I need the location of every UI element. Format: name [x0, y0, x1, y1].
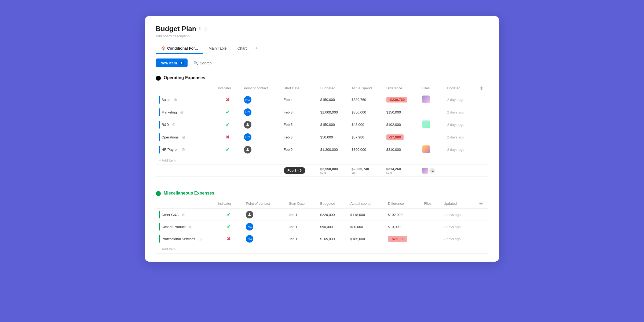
new-item-dropdown-arrow[interactable]: ▾ [179, 61, 184, 65]
table-row: Marketing ⊕ ✔ HC Feb 3 $1,000,000 $850,0… [156, 106, 488, 118]
avatar [246, 211, 253, 218]
file-thumb[interactable] [422, 120, 430, 128]
star-icon[interactable]: ☆ [203, 26, 208, 32]
row-bar [159, 133, 160, 141]
contact-cell: HC [241, 106, 280, 118]
file-thumb[interactable] [422, 145, 430, 153]
add-row-icon[interactable]: ⊕ [174, 97, 177, 102]
add-column-icon[interactable]: ⊕ [480, 85, 484, 91]
indicator-cell: ✔ [215, 221, 243, 233]
add-row-icon[interactable]: ⊕ [180, 110, 184, 115]
tab-main-table[interactable]: Main Table [203, 43, 232, 54]
svg-point-1 [247, 148, 248, 150]
indicator-cell: ✔ [215, 143, 241, 156]
add-row-icon[interactable]: ⊕ [198, 236, 202, 241]
files-cell [419, 131, 444, 143]
tab-main-table-label: Main Table [208, 46, 226, 50]
indicator-check: ✔ [226, 122, 230, 127]
avatar: HC [246, 235, 253, 243]
row-bar [159, 211, 160, 218]
misc-table-wrapper: Indicator Point of contact Start Date Bu… [156, 198, 488, 254]
add-item-row[interactable]: + Add Item [156, 245, 488, 254]
updated-cell: 2 days ago [444, 118, 475, 131]
row-name: HR/Payroll [162, 148, 178, 152]
budgeted-cell: $1,000,000 [317, 106, 348, 118]
add-item-label[interactable]: + Add Item [156, 156, 488, 165]
row-name: Cost of Product [162, 225, 186, 229]
tab-conditional[interactable]: 🏠 Conditional For... [156, 43, 203, 54]
add-item-label[interactable]: + Add Item [156, 245, 488, 254]
budgeted-cell: $165,000 [317, 233, 347, 245]
col-date-misc: Start Date [286, 198, 317, 209]
row-name-cell: Other G&A ⊕ [156, 209, 215, 221]
row-bar [159, 108, 160, 116]
budgeted-cell: $1,200,000 [317, 143, 348, 156]
row-bar [159, 121, 160, 129]
indicator-check: ✔ [227, 224, 231, 229]
section-header-operating: ⬤ Operating Expenses [156, 72, 488, 83]
col-add-misc[interactable]: ⊕ [474, 198, 488, 209]
col-files-op: Files [419, 83, 444, 93]
table-row: HR/Payroll ⊕ ✔ Feb 9 $1,200,000 $890,000… [156, 143, 488, 156]
actual-cell: $48,000 [348, 118, 383, 131]
files-cell [421, 209, 440, 221]
board-title: Budget Plan [156, 25, 196, 33]
search-button[interactable]: 🔍 Search [191, 59, 214, 67]
separator-1 [156, 185, 488, 185]
tab-conditional-label: Conditional For... [167, 46, 198, 50]
app-window: Budget Plan ℹ ☆ Add board description 🏠 … [145, 16, 499, 262]
tabs-bar: 🏠 Conditional For... Main Table Chart + [156, 43, 488, 54]
updated-cell: 2 days ago [444, 93, 475, 106]
add-row-icon[interactable]: ⊕ [181, 147, 185, 152]
tab-add-button[interactable]: + [252, 43, 261, 54]
avatar [244, 121, 251, 129]
add-item-row[interactable]: + Add Item [156, 156, 488, 165]
row-add-col [474, 221, 488, 233]
col-indicator-op: Indicator [215, 83, 241, 93]
sum-diff: $314,260sum [383, 165, 419, 177]
diff-cell: $102,000 [383, 118, 419, 131]
file-thumb[interactable] [422, 96, 430, 103]
avatar: HC [244, 133, 251, 141]
date-cell: Jan 1 [286, 221, 317, 233]
date-cell: Feb 3 [280, 106, 317, 118]
row-name-cell: Sales ⊕ [156, 93, 215, 106]
add-column-icon-misc[interactable]: ⊕ [479, 201, 483, 206]
diff-positive: $102,000 [388, 213, 402, 217]
board-description[interactable]: Add board description [156, 34, 488, 38]
row-bar [159, 146, 160, 153]
sum-actual: $2,235,740sum [348, 165, 383, 177]
budgeted-cell: $50,000 [317, 131, 348, 143]
section-title-operating: Operating Expenses [164, 75, 205, 80]
diff-cell: $310,000 [383, 143, 419, 156]
row-add-col [475, 131, 488, 143]
section-toggle-misc[interactable]: ⬤ [156, 190, 161, 196]
col-add-op[interactable]: ⊕ [475, 83, 488, 93]
tab-chart[interactable]: Chart [232, 43, 252, 54]
add-row-icon[interactable]: ⊕ [182, 212, 185, 217]
indicator-x: ✖ [226, 97, 230, 103]
add-row-icon[interactable]: ⊕ [182, 135, 185, 140]
section-operating: ⬤ Operating Expenses Indicator Point of … [145, 72, 499, 177]
row-bar [159, 96, 160, 104]
avatar: HC [244, 96, 251, 104]
col-contact-op: Point of contact [241, 83, 280, 93]
diff-negative: -$7,980 [386, 134, 404, 140]
indicator-check: ✔ [227, 212, 231, 217]
sum-empty [156, 165, 215, 177]
actual-cell: $57,980 [348, 131, 383, 143]
date-cell: Feb 8 [280, 131, 317, 143]
section-toggle-operating[interactable]: ⬤ [156, 75, 161, 81]
header: Budget Plan ℹ ☆ Add board description 🏠 … [145, 16, 499, 54]
sum-empty5 [475, 165, 488, 177]
info-icon[interactable]: ℹ [199, 26, 201, 31]
add-row-icon[interactable]: ⊕ [189, 224, 192, 229]
row-name: Sales [162, 98, 170, 102]
new-item-button[interactable]: New Item ▾ [156, 58, 188, 67]
section-title-misc: Miscellaneous Expenses [164, 191, 214, 196]
section-header-misc: ⬤ Miscellaneous Expenses [156, 187, 488, 198]
col-date-op: Start Date [280, 83, 317, 93]
add-row-icon[interactable]: ⊕ [172, 122, 175, 127]
col-name-misc [156, 198, 215, 209]
file-thumb-1[interactable] [422, 168, 428, 174]
